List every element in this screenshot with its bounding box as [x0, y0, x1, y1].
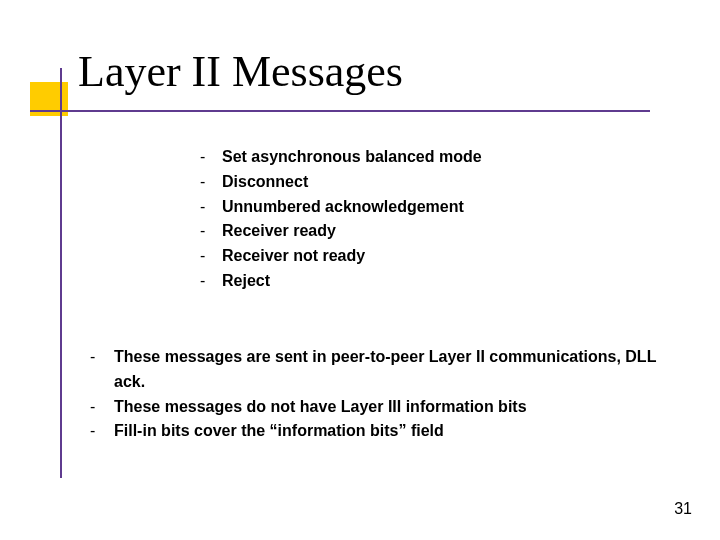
- sub-bullet-list: - Set asynchronous balanced mode - Disco…: [200, 145, 630, 294]
- list-item-text: These messages are sent in peer-to-peer …: [114, 345, 670, 395]
- list-item: - Fill-in bits cover the “information bi…: [90, 419, 670, 444]
- list-item: - Receiver not ready: [200, 244, 630, 269]
- dash-bullet-icon: -: [200, 269, 222, 294]
- list-item-text: Unnumbered acknowledgement: [222, 195, 464, 220]
- list-item: - Receiver ready: [200, 219, 630, 244]
- list-item: - These messages do not have Layer III i…: [90, 395, 670, 420]
- page-number: 31: [674, 500, 692, 518]
- dash-bullet-icon: -: [200, 195, 222, 220]
- slide-title: Layer II Messages: [78, 46, 403, 97]
- horizontal-rule: [30, 110, 650, 112]
- dash-bullet-icon: -: [200, 170, 222, 195]
- list-item: - Set asynchronous balanced mode: [200, 145, 630, 170]
- vertical-rule: [60, 68, 62, 478]
- list-item: - These messages are sent in peer-to-pee…: [90, 345, 670, 395]
- list-item-text: These messages do not have Layer III inf…: [114, 395, 527, 420]
- dash-bullet-icon: -: [200, 145, 222, 170]
- dash-bullet-icon: -: [90, 419, 114, 444]
- list-item-text: Disconnect: [222, 170, 308, 195]
- dash-bullet-icon: -: [90, 345, 114, 370]
- list-item-text: Receiver ready: [222, 219, 336, 244]
- list-item-text: Reject: [222, 269, 270, 294]
- dash-bullet-icon: -: [200, 244, 222, 269]
- list-item: - Disconnect: [200, 170, 630, 195]
- main-bullet-list: - These messages are sent in peer-to-pee…: [90, 345, 670, 444]
- dash-bullet-icon: -: [200, 219, 222, 244]
- list-item-text: Set asynchronous balanced mode: [222, 145, 482, 170]
- list-item: - Unnumbered acknowledgement: [200, 195, 630, 220]
- list-item-text: Receiver not ready: [222, 244, 365, 269]
- list-item: - Reject: [200, 269, 630, 294]
- list-item-text: Fill-in bits cover the “information bits…: [114, 419, 444, 444]
- dash-bullet-icon: -: [90, 395, 114, 420]
